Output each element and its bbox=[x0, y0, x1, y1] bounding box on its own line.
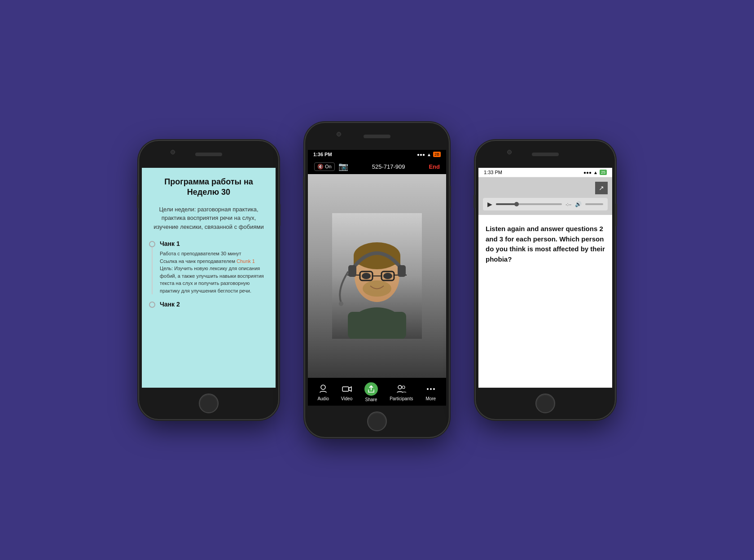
svg-rect-19 bbox=[342, 387, 349, 391]
phone-2-top bbox=[305, 123, 449, 150]
audio-icon bbox=[317, 383, 329, 395]
signal-icon: ●●● bbox=[417, 152, 425, 157]
person-avatar bbox=[332, 213, 422, 339]
content-wifi-icon: ▲ bbox=[593, 170, 598, 175]
svg-point-18 bbox=[321, 385, 325, 389]
phone-3: 1:33 PM ●●● ▲ 25 ↗ ▶ -:-- bbox=[476, 141, 615, 419]
audio-progress-fill bbox=[496, 203, 516, 205]
end-call-button[interactable]: End bbox=[429, 163, 440, 170]
more-label: More bbox=[425, 396, 436, 401]
mute-button[interactable]: 🔇 On bbox=[314, 162, 335, 171]
chunk-2-dot bbox=[149, 302, 155, 308]
speaker-grille-2 bbox=[364, 135, 390, 138]
home-button-2[interactable] bbox=[367, 411, 387, 431]
chunk-1-link[interactable]: Chunk 1 bbox=[237, 258, 255, 264]
audio-button[interactable]: Audio bbox=[317, 383, 329, 401]
participants-icon bbox=[395, 383, 407, 395]
svg-point-13 bbox=[362, 273, 371, 279]
front-camera-icon-2 bbox=[337, 132, 341, 136]
signal-dots: ●●● bbox=[583, 170, 592, 175]
svg-rect-15 bbox=[348, 265, 356, 277]
phone-1-bottom bbox=[199, 388, 219, 419]
audio-label: Audio bbox=[317, 396, 329, 401]
mute-label: On bbox=[325, 164, 332, 169]
phone-1: Программа работы на Неделю 30 Цели недел… bbox=[139, 141, 278, 419]
phone-1-screen: Программа работы на Неделю 30 Цели недел… bbox=[142, 168, 276, 388]
svg-marker-20 bbox=[349, 387, 351, 391]
participants-label: Participants bbox=[390, 396, 413, 401]
chunk-2-title: Чанк 2 bbox=[160, 301, 180, 308]
content-question: Listen again and answer questions 2 and … bbox=[486, 224, 605, 264]
video-label: Video bbox=[341, 396, 352, 401]
time-display: -:-- bbox=[566, 202, 571, 207]
more-icon bbox=[425, 383, 437, 395]
status-time: 1:36 PM bbox=[313, 152, 332, 157]
video-area bbox=[308, 174, 446, 378]
chunk-1-title: Чанк 1 bbox=[160, 240, 268, 247]
call-number: 525-717-909 bbox=[352, 163, 425, 170]
phone-3-top bbox=[476, 141, 615, 168]
svg-rect-2 bbox=[348, 312, 406, 339]
svg-point-22 bbox=[402, 386, 405, 389]
battery-icon: 2B bbox=[433, 152, 441, 157]
speaker-grille-3 bbox=[532, 153, 559, 156]
status-icons: ●●● ▲ 2B bbox=[417, 152, 441, 157]
content-battery-icon: 25 bbox=[600, 170, 607, 175]
video-button[interactable]: Video bbox=[341, 383, 353, 401]
external-link-button[interactable]: ↗ bbox=[595, 182, 608, 194]
chunk-2-item: Чанк 2 bbox=[149, 301, 268, 311]
wifi-icon: ▲ bbox=[427, 152, 431, 157]
call-controls-top: 🔇 On 📷 525-717-909 End bbox=[308, 159, 446, 174]
phone-1-top bbox=[139, 141, 278, 168]
svg-point-23 bbox=[427, 388, 429, 390]
content-status-time: 1:33 PM bbox=[484, 170, 502, 175]
phone-3-bottom bbox=[535, 388, 555, 419]
svg-point-24 bbox=[430, 388, 432, 390]
chunk-connector-line bbox=[152, 247, 153, 294]
video-person bbox=[308, 174, 446, 378]
media-player-area: ↗ ▶ -:-- 🔊 bbox=[478, 177, 612, 215]
phone-2-screen: 1:36 PM ●●● ▲ 2B 🔇 On 📷 525-717-909 End bbox=[308, 150, 446, 406]
audio-progress-bar[interactable] bbox=[496, 203, 562, 205]
call-toolbar: Audio Video Share bbox=[308, 378, 446, 406]
volume-bar[interactable] bbox=[585, 203, 603, 205]
share-icon bbox=[364, 382, 378, 396]
lesson-plan-subtitle: Цели недели: разговорная практика, практ… bbox=[149, 205, 268, 232]
chunk-1-content: Чанк 1 Работа с преподавателем 30 минут … bbox=[160, 240, 268, 294]
content-status-icons: ●●● ▲ 25 bbox=[583, 170, 607, 175]
video-call-screen: 1:36 PM ●●● ▲ 2B 🔇 On 📷 525-717-909 End bbox=[308, 150, 446, 406]
svg-point-25 bbox=[433, 388, 435, 390]
content-screen: 1:33 PM ●●● ▲ 25 ↗ ▶ -:-- bbox=[478, 168, 612, 388]
front-camera-icon bbox=[171, 150, 175, 154]
content-text-area: Listen again and answer questions 2 and … bbox=[478, 215, 612, 388]
volume-icon: 🔊 bbox=[575, 201, 582, 207]
camera-toggle-icon[interactable]: 📷 bbox=[338, 162, 348, 171]
svg-point-21 bbox=[398, 385, 402, 389]
svg-point-17 bbox=[339, 302, 343, 306]
audio-progress-thumb bbox=[514, 202, 519, 206]
lesson-plan-screen: Программа работы на Неделю 30 Цели недел… bbox=[142, 168, 276, 388]
content-status-bar: 1:33 PM ●●● ▲ 25 bbox=[478, 168, 612, 177]
home-button-3[interactable] bbox=[535, 394, 555, 413]
svg-point-14 bbox=[383, 273, 392, 279]
speaker-grille bbox=[195, 153, 222, 156]
mute-icon: 🔇 bbox=[317, 164, 324, 170]
phone-2-bottom bbox=[367, 406, 387, 437]
participants-button[interactable]: Participants bbox=[390, 383, 413, 401]
share-label: Share bbox=[365, 397, 377, 402]
svg-rect-16 bbox=[398, 265, 406, 277]
audio-player: ▶ -:-- 🔊 bbox=[483, 198, 608, 210]
chunk-1-dot bbox=[149, 241, 155, 247]
phone-3-screen: 1:33 PM ●●● ▲ 25 ↗ ▶ -:-- bbox=[478, 168, 612, 388]
chunk-1-item: Чанк 1 Работа с преподавателем 30 минут … bbox=[149, 240, 268, 294]
home-button-1[interactable] bbox=[199, 394, 219, 413]
play-button[interactable]: ▶ bbox=[487, 201, 492, 208]
phone-2: 1:36 PM ●●● ▲ 2B 🔇 On 📷 525-717-909 End bbox=[305, 123, 449, 437]
video-icon bbox=[341, 383, 353, 395]
more-button[interactable]: More bbox=[425, 383, 437, 401]
share-button[interactable]: Share bbox=[364, 382, 378, 402]
front-camera-icon-3 bbox=[507, 150, 512, 154]
chunk-2-content: Чанк 2 bbox=[160, 301, 180, 311]
external-link-icon: ↗ bbox=[599, 184, 604, 192]
lesson-plan-title: Программа работы на Неделю 30 bbox=[149, 177, 268, 198]
